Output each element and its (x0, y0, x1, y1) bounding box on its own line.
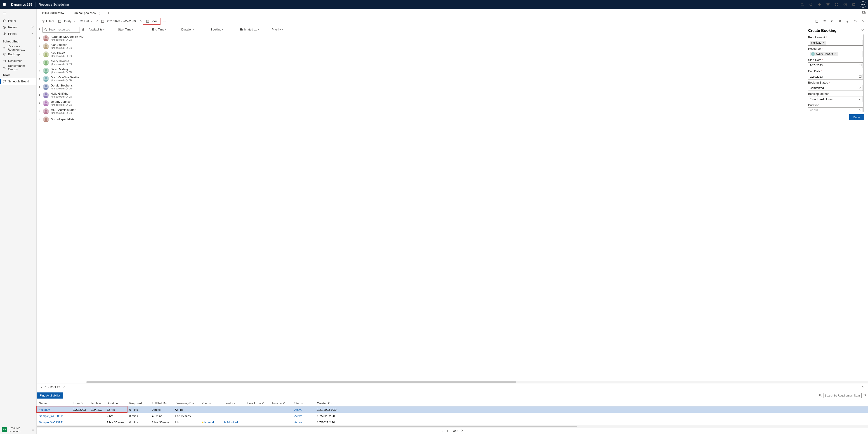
horizontal-scrollbar[interactable] (86, 381, 868, 383)
resource-row[interactable]: Doctor's office Seattle (0m booked) 0% (37, 75, 86, 83)
column-header[interactable]: Priority (199, 401, 222, 405)
expand-icon[interactable] (38, 77, 41, 80)
tab-menu-icon[interactable]: ⋮ (98, 11, 101, 15)
column-header[interactable]: From Date (70, 401, 89, 405)
nav-requirement-groups[interactable]: Requirement Groups (0, 64, 36, 71)
requirement-row[interactable]: Sample_WO13941 3 hrs 30 mins 0 mins 2 hr… (37, 419, 868, 426)
list-dropdown[interactable]: List (78, 19, 95, 24)
date-range-picker[interactable]: 2/21/2023 - 2/27/2023 (99, 19, 139, 24)
book-submit-button[interactable]: Book (849, 114, 864, 120)
booking-status-select[interactable]: Committed (808, 85, 863, 91)
refresh-icon[interactable] (863, 394, 866, 398)
filter-icon[interactable] (824, 0, 832, 9)
column-header[interactable]: Start Time▾ (116, 28, 150, 31)
book-button[interactable]: Book (144, 19, 159, 24)
resource-row[interactable]: David Mallory (0m booked) 0% (37, 67, 86, 75)
requirement-name-link[interactable]: multiday (39, 408, 50, 411)
add-tab-button[interactable] (104, 9, 113, 17)
column-header[interactable]: Time From Promis… (245, 401, 270, 405)
expand-icon[interactable] (38, 53, 41, 56)
expand-all-icon[interactable] (38, 28, 41, 32)
expand-icon[interactable] (38, 94, 41, 97)
gear-icon[interactable] (832, 0, 841, 9)
column-header[interactable]: Duration▾ (179, 28, 209, 31)
hamburger-icon[interactable] (0, 9, 36, 18)
more-actions-button[interactable]: ⋯ (161, 20, 167, 23)
column-header[interactable]: Remaining Duration (172, 401, 199, 405)
column-header[interactable]: Booking▾ (209, 28, 238, 31)
avatar[interactable]: MA (860, 1, 866, 8)
collapse-icon[interactable] (862, 385, 865, 389)
refresh-icon[interactable] (852, 19, 858, 24)
pager-next-icon[interactable] (62, 385, 66, 389)
resource-row[interactable]: Alex Baker (0m booked) 0% (37, 51, 86, 59)
map-icon[interactable] (837, 19, 843, 24)
column-header[interactable]: Fulfilled Durat… (150, 401, 172, 405)
sort-icon[interactable] (81, 28, 85, 31)
nav-bookings[interactable]: Bookings (0, 51, 36, 58)
resource-row[interactable]: MOD Administrator (0m booked) 0% (37, 107, 86, 115)
resource-row[interactable]: Avery Howard (0m booked) 0% (37, 59, 86, 67)
prev-range-button[interactable] (96, 19, 99, 24)
expand-icon[interactable] (38, 37, 41, 40)
resource-row[interactable]: Halle Griffiths (0m booked) 0% (37, 91, 86, 99)
nav-resource-requirements[interactable]: Resource Requireme… (0, 44, 36, 51)
tab-initial-public-view[interactable]: Initial public view ⋮ (40, 9, 72, 17)
hourly-dropdown[interactable]: Hourly (56, 19, 78, 24)
pager-prev-icon[interactable] (40, 385, 43, 389)
status-link[interactable]: Active (294, 408, 302, 411)
status-link[interactable]: Active (294, 421, 302, 424)
resource-row[interactable]: On-call specialists (37, 115, 86, 124)
booking-method-select[interactable]: Front Load Hours (808, 96, 863, 102)
area-switcher[interactable]: RS Resource Schedul… (0, 425, 36, 434)
expand-icon[interactable] (38, 102, 41, 105)
filters-button[interactable]: Filters (40, 19, 56, 24)
expand-icon[interactable] (38, 118, 41, 121)
requirement-name-link[interactable]: Sample_WO13941 (39, 421, 64, 424)
expand-icon[interactable] (38, 110, 41, 113)
find-availability-button[interactable]: Find Availability (37, 393, 63, 399)
column-header[interactable]: Status (292, 401, 315, 405)
resource-row[interactable]: Jeremy Johnson (0m booked) 0% (37, 99, 86, 107)
bell-icon[interactable] (830, 19, 835, 24)
nav-resources[interactable]: Resources (0, 58, 36, 64)
column-header[interactable]: Name (37, 401, 70, 405)
requirement-row[interactable]: Sample_WO00011 2 hrs 0 mins 45 mins 1 hr… (37, 413, 868, 419)
resource-row[interactable]: Gerald Stephens (0m booked) 0% (37, 83, 86, 91)
column-header[interactable]: Priority▾ (270, 28, 292, 31)
share-icon[interactable] (862, 11, 866, 15)
nav-recent[interactable]: Recent (0, 24, 36, 31)
duration-input[interactable]: 72 hrs (808, 107, 863, 112)
nav-pinned[interactable]: Pinned (0, 31, 36, 37)
help-icon[interactable] (841, 0, 849, 9)
search-icon[interactable] (819, 394, 822, 398)
expand-icon[interactable] (38, 45, 41, 48)
column-header[interactable]: Proposed Dur… (127, 401, 150, 405)
column-header[interactable]: To Date (89, 401, 104, 405)
column-header[interactable]: Territory (222, 401, 245, 405)
add-icon[interactable] (815, 0, 824, 9)
area-label[interactable]: Resource Scheduling (36, 3, 71, 6)
status-link[interactable]: Active (294, 414, 302, 418)
column-header[interactable]: Estimated …▾ (238, 28, 270, 31)
idea-icon[interactable] (807, 0, 815, 9)
calendar-icon[interactable] (859, 63, 862, 67)
stepper-icon[interactable] (858, 108, 861, 111)
start-date-input[interactable]: 2/20/2023 (808, 62, 863, 68)
nav-schedule-board[interactable]: Schedule Board (0, 78, 36, 85)
gear-icon[interactable] (845, 19, 850, 24)
nav-home[interactable]: Home (0, 18, 36, 24)
requirement-row[interactable]: multiday 2/20/2023 2/24/2023 72 hrs 0 mi… (37, 406, 868, 413)
column-header[interactable]: Created On (315, 401, 342, 405)
expand-icon[interactable] (38, 61, 41, 64)
panel-scrollbar[interactable] (863, 34, 864, 112)
pager-next-icon[interactable] (460, 429, 464, 433)
end-date-input[interactable]: 2/24/2023 (808, 74, 863, 79)
brand-label[interactable]: Dynamics 365 (9, 3, 34, 6)
column-header[interactable]: Time To Promised (270, 401, 292, 405)
remove-requirement-icon[interactable]: ✕ (823, 41, 825, 44)
expand-icon[interactable] (38, 86, 41, 89)
resource-row[interactable]: Alan Steiner (0m booked) 0% (37, 42, 86, 51)
assistant-icon[interactable] (849, 0, 858, 9)
search-resources-input[interactable]: Search resources (42, 27, 80, 33)
